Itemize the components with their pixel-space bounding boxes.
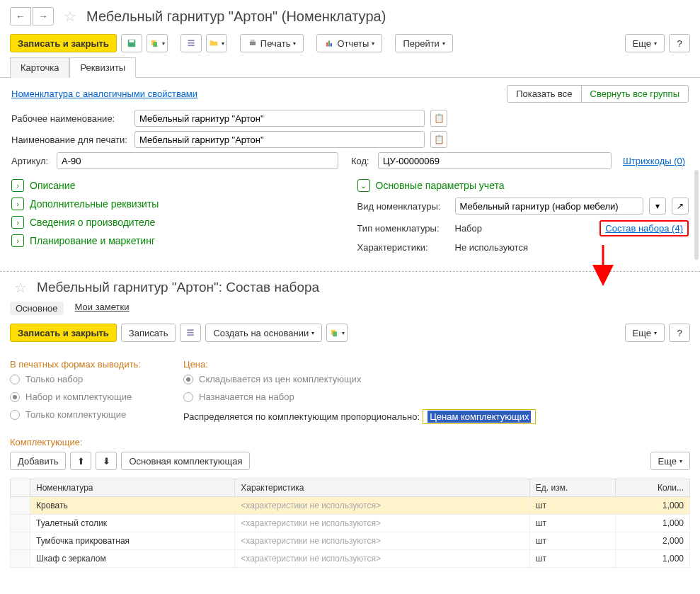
svg-rect-9	[326, 42, 328, 47]
list-button[interactable]	[180, 34, 202, 52]
svg-rect-5	[188, 42, 194, 44]
clipboard-button[interactable]: ▾	[147, 34, 168, 52]
chevron-down-icon: ⌄	[357, 179, 370, 192]
components-title: Комплектующие:	[10, 437, 690, 447]
more-button-3[interactable]: Еще▾	[650, 452, 690, 470]
bottom-title: Мебельный гарнитур "Артон": Состав набор…	[37, 280, 319, 295]
col-unit[interactable]: Ед. изм.	[529, 479, 615, 497]
distr-field[interactable]: Ценам комплектующих	[423, 409, 536, 424]
show-all-button[interactable]: Показать все	[507, 86, 580, 102]
svg-rect-3	[153, 42, 157, 47]
svg-rect-1	[129, 40, 134, 42]
exp-description[interactable]: ›Описание	[11, 179, 343, 192]
kind-input[interactable]	[455, 198, 644, 215]
print-button[interactable]: Печать▾	[240, 34, 304, 52]
goto-label: Перейти	[403, 38, 440, 49]
subnav-main[interactable]: Основное	[10, 302, 64, 315]
print-label: Печать	[260, 38, 291, 49]
article-input[interactable]	[57, 152, 338, 169]
distr-label: Распределяется по комплектующим пропорци…	[183, 411, 420, 422]
radio-only-comp[interactable]: Только комплектующие	[10, 409, 141, 420]
col-nom[interactable]: Номенклатура	[30, 479, 235, 497]
list-button-2[interactable]	[180, 324, 201, 342]
radio-only-set[interactable]: Только набор	[10, 374, 141, 384]
folder-button[interactable]: ▾	[206, 34, 227, 52]
set-composition-link[interactable]: Состав набора (4)	[599, 220, 689, 236]
page-title: Мебельный гарнитур "Артон" (Номенклатура…	[86, 8, 386, 25]
scrollbar[interactable]	[694, 170, 699, 260]
work-name-input[interactable]	[134, 110, 425, 127]
print-name-label: Наименование для печати:	[11, 135, 129, 145]
exp-planning[interactable]: ›Планирование и маркетинг	[11, 234, 343, 247]
create-based-button[interactable]: Создать на основании▾	[205, 324, 322, 342]
print-name-input[interactable]	[134, 131, 425, 148]
table-row[interactable]: Шкаф с зеркалом<характеристики не исполь…	[11, 550, 690, 568]
code-label: Код:	[351, 156, 372, 166]
more-label: Еще	[633, 38, 651, 49]
svg-rect-11	[331, 43, 332, 47]
save-close-button[interactable]: Записать и закрыть	[10, 34, 117, 52]
star-icon[interactable]: ☆	[64, 8, 76, 25]
radio-price-set[interactable]: Назначается на набор	[183, 392, 536, 402]
svg-rect-17	[333, 331, 338, 336]
main-component-button[interactable]: Основная комплектующая	[121, 452, 250, 470]
nav-back[interactable]: ←	[10, 7, 31, 25]
save-icon-button[interactable]	[121, 34, 142, 52]
radio-set-and-comp[interactable]: Набор и комплектующие	[10, 392, 141, 402]
chevron-right-icon: ›	[11, 234, 24, 247]
add-button[interactable]: Добавить	[10, 452, 66, 470]
copy-button-2[interactable]: 📋	[430, 131, 447, 148]
svg-rect-14	[188, 332, 194, 333]
table-row[interactable]: Туалетный столик<характеристики не испол…	[11, 515, 690, 532]
chevron-right-icon: ›	[11, 198, 24, 210]
char-value: Не используются	[455, 242, 528, 253]
move-down-button[interactable]: ⬇	[96, 452, 117, 470]
tab-props[interactable]: Реквизиты	[69, 57, 136, 78]
col-qty[interactable]: Коли...	[615, 479, 689, 497]
subnav-notes[interactable]: Мои заметки	[75, 302, 130, 315]
open-button[interactable]: ↗	[672, 198, 689, 215]
col-char[interactable]: Характеристика	[235, 479, 529, 497]
copy-button-1[interactable]: 📋	[430, 110, 447, 127]
collapse-all-button[interactable]: Свернуть все группы	[581, 86, 688, 102]
article-label: Артикул:	[11, 156, 51, 166]
svg-rect-10	[328, 41, 330, 47]
reports-label: Отчеты	[337, 38, 369, 49]
more-button-2[interactable]: Еще▾	[625, 324, 665, 342]
char-label: Характеристики:	[357, 242, 449, 253]
tab-card[interactable]: Карточка	[10, 57, 69, 78]
nav-fwd[interactable]: →	[33, 7, 54, 25]
print-forms-title: В печатных формах выводить:	[10, 359, 141, 370]
type-value: Набор	[455, 223, 483, 234]
exp-main-params[interactable]: ⌄Основные параметры учета	[357, 179, 689, 192]
save-close-button-2[interactable]: Записать и закрыть	[10, 324, 117, 342]
more-button[interactable]: Еще▾	[625, 34, 665, 52]
svg-rect-15	[188, 334, 194, 336]
reports-button[interactable]: Отчеты▾	[316, 34, 382, 52]
attach-button[interactable]: ▾	[326, 324, 348, 342]
svg-rect-6	[188, 45, 194, 46]
analog-link[interactable]: Номенклатура с аналогичными свойствами	[11, 88, 197, 99]
exp-additional[interactable]: ›Дополнительные реквизиты	[11, 198, 343, 210]
table-row[interactable]: Тумбочка прикроватная<характеристики не …	[11, 532, 690, 550]
goto-button[interactable]: Перейти▾	[395, 34, 453, 52]
radio-price-sum[interactable]: Складывается из цен комплектующих	[183, 374, 536, 384]
svg-rect-13	[188, 329, 194, 331]
save-button-2[interactable]: Записать	[121, 324, 176, 342]
price-title: Цена:	[183, 359, 536, 370]
svg-rect-7	[250, 42, 256, 45]
barcodes-link[interactable]: Штрихкоды (0)	[623, 156, 685, 166]
code-input[interactable]	[378, 152, 612, 169]
svg-rect-4	[188, 40, 194, 41]
help-button-2[interactable]: ?	[669, 324, 690, 342]
move-up-button[interactable]: ⬆	[70, 452, 91, 470]
dropdown-button[interactable]: ▾	[649, 198, 666, 215]
exp-manufacturer[interactable]: ›Сведения о производителе	[11, 216, 343, 229]
star-icon[interactable]: ☆	[14, 279, 27, 296]
help-button[interactable]: ?	[669, 34, 690, 52]
table-row[interactable]: Кровать<характеристики не используются>ш…	[11, 497, 690, 515]
chevron-right-icon: ›	[11, 179, 24, 192]
work-name-label: Рабочее наименование:	[11, 113, 129, 124]
components-table: Номенклатура Характеристика Ед. изм. Кол…	[10, 479, 690, 568]
svg-rect-8	[251, 40, 255, 42]
